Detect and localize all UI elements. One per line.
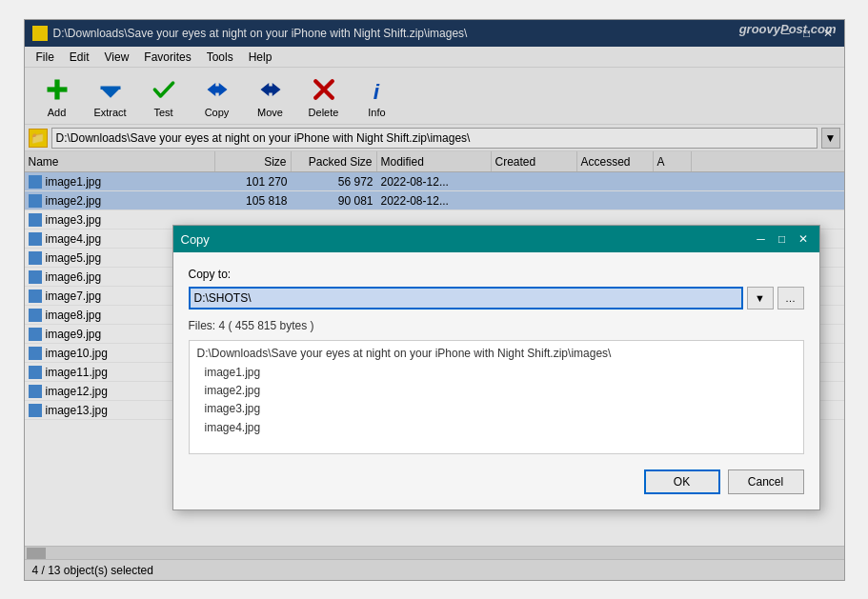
list-item: image2.jpg xyxy=(197,382,796,400)
dialog-maximize-button[interactable]: □ xyxy=(774,230,791,248)
ok-button[interactable]: OK xyxy=(644,469,720,494)
list-item: image1.jpg xyxy=(197,364,796,382)
dialog-overlay: Copy ─ □ ✕ Copy to: ▼ … Files: 4 ( 455 8… xyxy=(25,20,844,580)
copy-path-row: ▼ … xyxy=(189,287,804,309)
dialog-title-bar: Copy ─ □ ✕ xyxy=(173,226,819,252)
main-window: D:\Downloads\Save your eyes at night on … xyxy=(24,19,845,581)
files-info: Files: 4 ( 455 815 bytes ) xyxy=(189,319,804,332)
dialog-title-controls: ─ □ ✕ xyxy=(753,230,812,248)
dialog-close-button[interactable]: ✕ xyxy=(795,230,812,248)
copy-to-label: Copy to: xyxy=(189,268,804,281)
path-dropdown-button[interactable]: ▼ xyxy=(747,287,774,309)
list-item: image3.jpg xyxy=(197,400,796,418)
copy-path-input[interactable] xyxy=(189,287,743,309)
source-path: D:\Downloads\Save your eyes at night on … xyxy=(197,347,796,360)
dialog-file-list: image1.jpgimage2.jpgimage3.jpgimage4.jpg xyxy=(197,364,796,437)
dialog-body: Copy to: ▼ … Files: 4 ( 455 815 bytes ) … xyxy=(173,252,819,509)
files-box: D:\Downloads\Save your eyes at night on … xyxy=(189,340,804,454)
list-item: image4.jpg xyxy=(197,419,796,437)
dialog-minimize-button[interactable]: ─ xyxy=(753,230,770,248)
browse-button[interactable]: … xyxy=(777,287,804,309)
dialog-title: Copy xyxy=(181,232,753,247)
cancel-button[interactable]: Cancel xyxy=(728,469,804,494)
dialog-buttons: OK Cancel xyxy=(189,469,804,494)
copy-dialog: Copy ─ □ ✕ Copy to: ▼ … Files: 4 ( 455 8… xyxy=(172,225,820,510)
